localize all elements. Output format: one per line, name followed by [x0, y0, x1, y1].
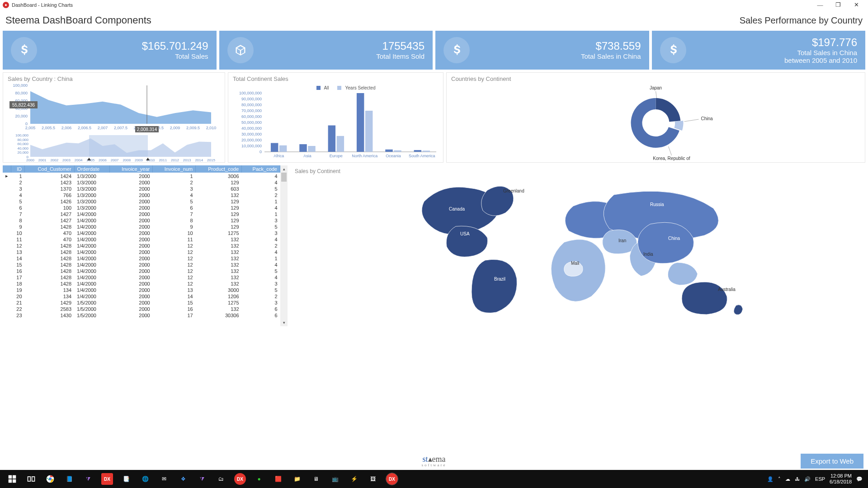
window-title: DashBoard - Linking Charts	[12, 2, 73, 8]
system-tray[interactable]: 👤 ˄ ☁ 🖧 🔊 ESP 12:08 PM 6/18/2018 💬	[767, 473, 865, 485]
table-row[interactable]: 914281/4/2000200091295	[3, 224, 280, 230]
data-grid-wrapper: IDCod_CustomerOrderdateInvoice_yearInvoi…	[3, 165, 288, 326]
table-row[interactable]: 214231/3/2000200021294	[3, 179, 280, 186]
table-row[interactable]: 2314301/5/2000200017303066	[3, 312, 280, 319]
svg-text:100,000: 100,000	[13, 83, 28, 88]
column-header[interactable]: Pack_code	[242, 165, 280, 173]
svg-text:2000: 2000	[26, 158, 34, 162]
language-indicator[interactable]: ESP	[815, 476, 825, 482]
vertical-scrollbar[interactable]: ▴ ▾	[280, 165, 288, 326]
dx-icon[interactable]: DX	[101, 473, 113, 485]
svg-text:30,000,000: 30,000,000	[241, 132, 262, 136]
people-icon[interactable]: 👤	[767, 476, 774, 482]
network-icon[interactable]: 🖧	[795, 476, 800, 482]
svg-rect-66	[337, 136, 344, 152]
tray-chevron-icon[interactable]: ˄	[778, 476, 781, 482]
svg-rect-64	[308, 146, 315, 152]
dx-icon[interactable]: DX	[386, 473, 398, 485]
data-grid[interactable]: IDCod_CustomerOrderdateInvoice_yearInvoi…	[3, 165, 280, 326]
table-row[interactable]: 313701/3/2000200036035	[3, 186, 280, 192]
panel-sales-by-country[interactable]: Sales by Country : China 020,00040,00060…	[3, 72, 225, 163]
taskbar-app-icon[interactable]: 📺	[326, 470, 344, 488]
table-row[interactable]: 1614281/4/20002000121325	[3, 268, 280, 274]
taskbar-app-icon[interactable]: 🖥	[307, 470, 326, 488]
svg-text:20,000: 20,000	[15, 114, 28, 118]
svg-rect-100	[32, 477, 35, 481]
table-row[interactable]: 1414281/4/20002000121321	[3, 255, 280, 262]
svg-text:2013: 2013	[183, 158, 191, 162]
clock[interactable]: 12:08 PM 6/18/2018	[830, 473, 852, 485]
chrome-icon[interactable]	[41, 470, 60, 488]
panel-map[interactable]: Sales by Continent	[290, 165, 865, 326]
kpi-sales-china-range: $197.776Total Sales in China between 200…	[652, 31, 866, 70]
minimize-button[interactable]: —	[811, 0, 829, 10]
table-row[interactable]: 1214281/4/20002000121322	[3, 243, 280, 249]
volume-icon[interactable]: 🔊	[804, 476, 811, 482]
svg-text:0: 0	[259, 150, 262, 154]
table-row[interactable]: 1514281/4/20002000121324	[3, 262, 280, 268]
onedrive-icon[interactable]: ☁	[785, 476, 790, 482]
svg-text:2003: 2003	[62, 158, 71, 162]
export-to-web-button[interactable]: Export to Web	[801, 454, 863, 469]
taskbar[interactable]: 📘 ⧩ DX 📑 🌐 ✉ ❖ ⧩ 🗂 DX ● 🟥 📁 🖥 📺 ⚡ 🖼 DX 👤…	[0, 470, 868, 488]
bar-chart[interactable]: All Years Selected 010,000,00020,000,000…	[233, 83, 439, 162]
task-view-icon[interactable]	[22, 470, 41, 488]
table-row[interactable]: ▸114241/3/20002000130064	[3, 173, 280, 179]
taskbar-app-icon[interactable]: 🖼	[363, 470, 382, 488]
table-row[interactable]: 191341/4/200020001330005	[3, 287, 280, 293]
taskbar-app-icon[interactable]: ⧩	[193, 470, 212, 488]
mail-icon[interactable]: ✉	[155, 470, 174, 488]
taskbar-app-icon[interactable]: 📑	[117, 470, 136, 488]
svg-text:60,000: 60,000	[18, 142, 29, 146]
taskbar-app-icon[interactable]: ⚡	[344, 470, 363, 488]
table-row[interactable]: 2225831/5/20002000161326	[3, 306, 280, 312]
table-row[interactable]: 1814281/4/20002000121323	[3, 281, 280, 287]
taskbar-app-icon[interactable]: ❖	[174, 470, 193, 488]
table-row[interactable]: 1714281/4/20002000121324	[3, 274, 280, 281]
table-row[interactable]: 104701/4/200020001012753	[3, 230, 280, 236]
table-row[interactable]: 201341/4/200020001412062	[3, 293, 280, 300]
maximize-button[interactable]: ❐	[829, 0, 847, 10]
table-row[interactable]: 47661/3/2000200041322	[3, 192, 280, 198]
file-explorer-icon[interactable]: 📁	[288, 470, 307, 488]
close-button[interactable]: ✕	[847, 0, 865, 10]
svg-text:80,000: 80,000	[15, 91, 28, 95]
table-row[interactable]: 61001/3/2000200061294	[3, 205, 280, 211]
table-row[interactable]: 1314281/4/20002000121324	[3, 249, 280, 255]
area-chart[interactable]: 020,00040,00060,00080,000100,000 2,0052,…	[8, 83, 220, 162]
table-row[interactable]: 714271/4/2000200071291	[3, 211, 280, 217]
svg-text:Iran: Iran	[618, 238, 626, 243]
taskbar-app-icon[interactable]: 🟥	[269, 470, 288, 488]
taskbar-app-icon[interactable]: 🌐	[136, 470, 155, 488]
svg-text:2007: 2007	[111, 158, 119, 162]
scroll-up-icon[interactable]: ▴	[280, 165, 288, 173]
world-map[interactable]: Greenland Canada USA Brazil Russia China…	[295, 174, 861, 319]
table-row[interactable]: 814271/4/2000200081293	[3, 217, 280, 224]
scroll-down-icon[interactable]: ▾	[280, 319, 288, 326]
svg-line-80	[656, 91, 657, 98]
panel-continent-sales[interactable]: Total Continent Sales All Years Selected…	[228, 72, 443, 163]
column-header[interactable]: ID	[11, 165, 25, 173]
taskbar-app-icon[interactable]: 📘	[60, 470, 79, 488]
column-header[interactable]: Invoice_year	[110, 165, 153, 173]
table-row[interactable]: 114701/4/20002000111324	[3, 236, 280, 243]
column-header[interactable]: Orderdate	[74, 165, 110, 173]
svg-text:20,000: 20,000	[18, 150, 29, 155]
column-header[interactable]: Cod_Customer	[25, 165, 75, 173]
column-header[interactable]: Invoice_num	[153, 165, 196, 173]
visual-studio-icon[interactable]: ⧩	[79, 470, 98, 488]
table-row[interactable]: 2114291/5/200020001512753	[3, 300, 280, 306]
dx-icon[interactable]: DX	[234, 473, 246, 485]
kpi-value: 1755435	[260, 40, 425, 52]
panel-countries-by-continent[interactable]: Countries by Continent Japan China Korea…	[446, 72, 865, 163]
kpi-value: $197.776	[693, 36, 858, 49]
taskbar-app-icon[interactable]: ●	[250, 470, 269, 488]
start-button[interactable]	[3, 470, 22, 488]
table-row[interactable]: 514261/3/2000200051291	[3, 198, 280, 205]
column-header[interactable]: Product_code	[196, 165, 242, 173]
kpi-label: Total Sales	[43, 52, 208, 60]
donut-chart[interactable]: Japan China Korea, Republic of	[451, 83, 860, 162]
notifications-icon[interactable]: 💬	[856, 476, 863, 482]
panel-title: Total Continent Sales	[233, 75, 439, 82]
taskbar-app-icon[interactable]: 🗂	[212, 470, 231, 488]
